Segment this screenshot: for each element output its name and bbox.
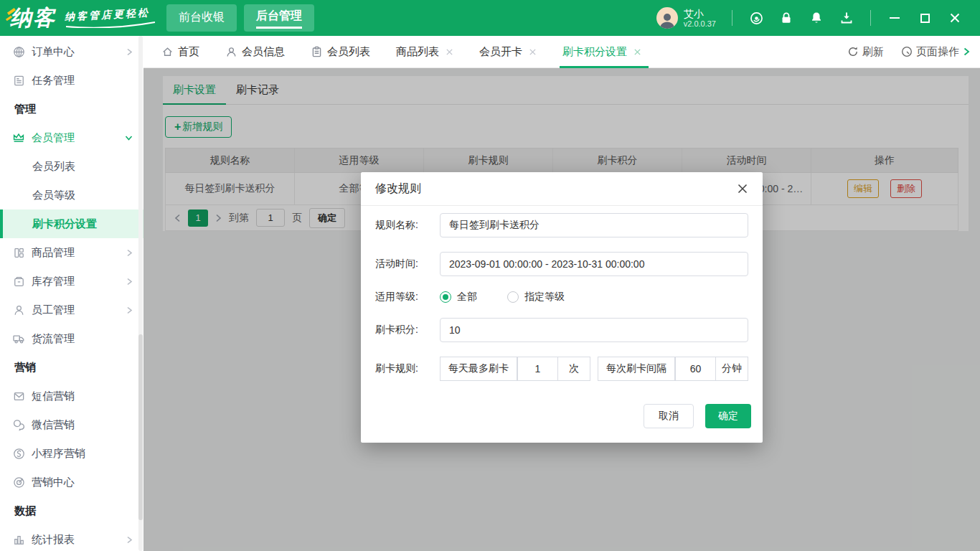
- field-rule: 刷卡规则: 每天最多刷卡 次 每次刷卡间隔 分钟: [375, 357, 748, 381]
- chevron-right-icon: [126, 249, 133, 257]
- gauge-icon: [901, 46, 913, 57]
- confirm-button[interactable]: 确定: [705, 404, 751, 428]
- sidebar-item-tasks[interactable]: 任务管理: [0, 66, 143, 95]
- modal-close-icon[interactable]: [737, 183, 748, 194]
- sidebar-subitem-card-points-settings[interactable]: 刷卡积分设置: [0, 209, 143, 238]
- sidebar-item-marketing-center[interactable]: 营销中心: [0, 468, 143, 496]
- page-actions-label: 页面操作: [916, 45, 959, 59]
- field-points: 刷卡积分:: [375, 318, 748, 342]
- interval-unit: 分钟: [715, 357, 748, 381]
- topbar: 纳客 纳客管店更轻松 前台收银 后台管理 艾小 v2.0.0.37: [0, 0, 980, 36]
- sidebar-item-wechat-marketing[interactable]: 微信营销: [0, 410, 143, 439]
- tab-product-list[interactable]: 商品列表: [396, 36, 453, 68]
- tab-member-card[interactable]: 会员开卡: [479, 36, 537, 68]
- max-swipes-group: 每天最多刷卡 次: [440, 357, 590, 381]
- bell-icon[interactable]: [801, 0, 831, 36]
- minimize-icon: [890, 17, 900, 19]
- maximize-icon: [920, 14, 930, 23]
- avatar[interactable]: [656, 7, 678, 29]
- close-tab-icon[interactable]: [529, 48, 537, 56]
- sidebar-item-statistics[interactable]: 统计报表: [0, 525, 143, 551]
- radio-specific-levels[interactable]: 指定等级: [507, 291, 565, 303]
- sidebar: 订单中心 任务管理 管理 会员管理 会员列表 会员等级 刷卡积分设置: [0, 36, 143, 551]
- points-input[interactable]: [440, 318, 748, 342]
- field-label: 刷卡规则:: [375, 362, 440, 375]
- sidebar-item-label: 任务管理: [32, 74, 75, 88]
- tab-card-points-settings[interactable]: 刷卡积分设置: [562, 36, 641, 68]
- chevron-right-icon: [126, 48, 133, 56]
- divider: [870, 10, 871, 26]
- maximize-button[interactable]: [910, 0, 940, 36]
- rule-segments: 每天最多刷卡 次 每次刷卡间隔 分钟: [440, 357, 748, 381]
- sidebar-item-label: 员工管理: [32, 303, 75, 317]
- sidebar-scrollbar[interactable]: [138, 36, 143, 551]
- refresh-button[interactable]: 刷新: [847, 45, 884, 59]
- tab-label: 会员开卡: [479, 45, 522, 59]
- download-icon[interactable]: [831, 0, 862, 36]
- sidebar-item-sms-marketing[interactable]: 短信营销: [0, 382, 143, 410]
- sidebar-item-miniprogram-marketing[interactable]: 小程序营销: [0, 439, 143, 468]
- cancel-button[interactable]: 取消: [644, 404, 694, 428]
- rule-name-input[interactable]: [440, 213, 748, 237]
- close-tab-icon[interactable]: [446, 48, 453, 56]
- sidebar-item-label: 会员管理: [32, 131, 75, 145]
- interval-label: 每次刷卡间隔: [598, 357, 675, 381]
- tab-home[interactable]: 首页: [161, 36, 199, 68]
- sidebar-item-label: 微信营销: [32, 418, 75, 432]
- user-icon: [225, 46, 237, 58]
- sidebar-item-staff[interactable]: 员工管理: [0, 296, 143, 324]
- sidebar-item-label: 统计报表: [32, 533, 75, 547]
- sidebar-item-label: 小程序营销: [32, 447, 85, 461]
- envelope-icon: [12, 390, 25, 402]
- lock-icon[interactable]: [771, 0, 801, 36]
- person-icon: [12, 303, 25, 316]
- field-label: 适用等级:: [375, 291, 440, 303]
- sidebar-item-label: 营销中心: [32, 476, 75, 489]
- logo-label: 纳客: [10, 6, 56, 29]
- sidebar-item-orders[interactable]: 订单中心: [0, 37, 143, 66]
- field-active-time: 活动时间:: [375, 252, 748, 276]
- tab-label: 首页: [178, 45, 199, 59]
- field-level: 适用等级: 全部 指定等级: [375, 291, 748, 303]
- page-tabbar: 首页 会员信息 会员列表 商品列表 会员开卡 刷卡积分设置: [143, 36, 980, 68]
- truck-icon: [12, 332, 25, 345]
- user-name: 艾小: [684, 8, 716, 19]
- sidebar-subitem-member-list[interactable]: 会员列表: [0, 152, 143, 181]
- storage-box-icon: [12, 275, 25, 288]
- sidebar-subitem-member-levels[interactable]: 会员等级: [0, 181, 143, 209]
- globe-icon: [12, 45, 25, 58]
- refresh-label: 刷新: [862, 45, 884, 59]
- sidebar-item-members[interactable]: 会员管理: [0, 123, 143, 152]
- active-time-input[interactable]: [440, 252, 748, 276]
- close-tab-icon[interactable]: [633, 48, 641, 56]
- modal-body: 规则名称: 活动时间: 适用等级: 全部 指定等级 刷卡积分:: [361, 206, 763, 381]
- interval-input[interactable]: [675, 357, 715, 381]
- tab-label: 刷卡积分设置: [562, 45, 627, 59]
- sidebar-item-label: 库存管理: [32, 275, 75, 288]
- tab-label: 会员信息: [242, 45, 285, 59]
- close-button[interactable]: [940, 0, 970, 36]
- sidebar-item-label: 短信营销: [32, 390, 75, 403]
- chevron-right-icon: [126, 278, 133, 286]
- tab-member-list[interactable]: 会员列表: [311, 36, 370, 68]
- sidebar-item-label: 商品管理: [32, 246, 75, 260]
- radio-icon: [440, 291, 451, 303]
- minimize-button[interactable]: [880, 0, 910, 36]
- home-icon: [161, 46, 174, 58]
- sidebar-section-management: 管理: [0, 95, 143, 123]
- chevron-right-icon: [126, 536, 133, 544]
- radio-all-levels[interactable]: 全部: [440, 291, 477, 303]
- topnav-tab-admin[interactable]: 后台管理: [244, 4, 314, 32]
- topnav-tab-cashier[interactable]: 前台收银: [166, 4, 237, 32]
- customer-service-icon[interactable]: [741, 0, 771, 36]
- sidebar-item-products[interactable]: 商品管理: [0, 238, 143, 267]
- sidebar-item-inventory[interactable]: 库存管理: [0, 267, 143, 296]
- sidebar-item-logistics[interactable]: 货流管理: [0, 324, 143, 353]
- scrollbar-thumb[interactable]: [138, 334, 143, 519]
- page-actions-button[interactable]: 页面操作: [901, 45, 970, 59]
- sidebar-item-label: 货流管理: [32, 332, 75, 346]
- max-swipes-input[interactable]: [517, 357, 557, 381]
- chevron-right-icon: [126, 306, 133, 314]
- tab-member-info[interactable]: 会员信息: [225, 36, 285, 68]
- app-version: v2.0.0.37: [684, 19, 716, 29]
